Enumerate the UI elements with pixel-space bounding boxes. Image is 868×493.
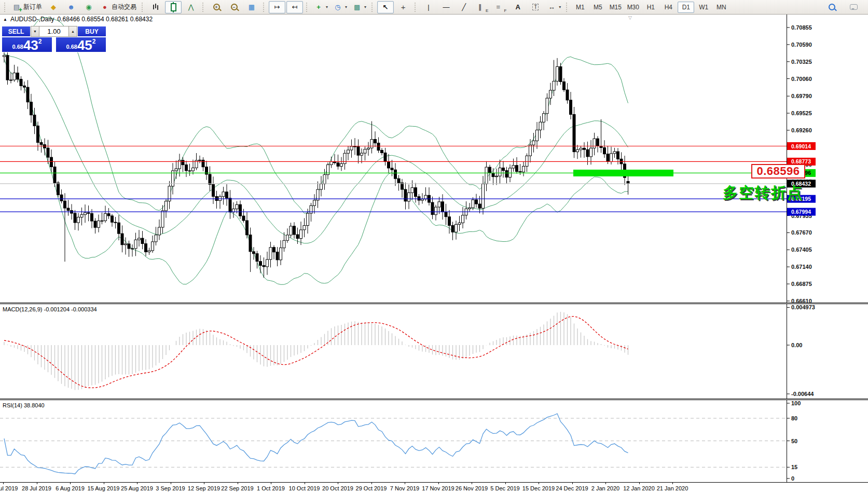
time-axis-tick <box>37 483 37 484</box>
toolbar-grip <box>371 3 374 12</box>
svg-text:0.70325: 0.70325 <box>791 59 812 65</box>
timeframe-button-d1[interactable]: D1 <box>678 2 694 13</box>
zoom-out-button[interactable]: − <box>226 1 242 13</box>
trendline-button[interactable]: ╱ <box>456 1 472 13</box>
timeframe-button-w1[interactable]: W1 <box>695 2 712 13</box>
svg-text:0.67670: 0.67670 <box>791 229 812 236</box>
new-order-button[interactable]: ▤ 新订单 <box>10 1 44 13</box>
timeframe-button-m15[interactable]: M15 <box>607 2 624 13</box>
pivot-annotation-text[interactable]: 多空转折点 <box>723 183 803 203</box>
toolbar-grip <box>263 3 266 12</box>
arrows-button[interactable]: ↔ ▾ <box>545 1 563 13</box>
news-button[interactable]: ◉ <box>80 1 97 13</box>
date-label: 15 Aug 2019 <box>88 485 120 491</box>
time-axis-tick <box>171 483 171 484</box>
time-axis[interactable]: 18 Jul 201928 Jul 20196 Aug 201915 Aug 2… <box>0 482 868 493</box>
timeframe-button-mn[interactable]: MN <box>713 2 729 13</box>
buy-button[interactable]: BUY <box>77 26 106 37</box>
auto-trading-button[interactable]: ● 自动交易 <box>98 1 139 13</box>
svg-text:0.67405: 0.67405 <box>791 246 812 253</box>
date-label: 22 Sep 2019 <box>221 485 253 491</box>
fibonacci-button[interactable]: ≡F <box>491 1 508 13</box>
channel-button[interactable]: ∥E <box>473 1 490 13</box>
timeframe-button-h1[interactable]: H1 <box>642 2 659 13</box>
svg-text:80: 80 <box>791 415 797 421</box>
volume-field[interactable]: 1.00 <box>39 26 68 37</box>
zoom-out-icon: − <box>231 4 238 10</box>
timeframe-button-m1[interactable]: M1 <box>572 2 588 13</box>
sell-button[interactable]: SELL <box>2 26 31 37</box>
one-click-trading-panel: SELL ▼ 1.00 ▲ BUY 0.68432 0.68452 <box>2 26 106 52</box>
crosshair-button[interactable]: + <box>395 1 411 13</box>
buy-price-sup: 2 <box>92 38 96 45</box>
text-label-button[interactable]: T <box>527 1 544 13</box>
horizontal-line-button[interactable]: — <box>438 1 454 13</box>
indicators-button[interactable]: + ▾ <box>312 1 330 13</box>
time-axis-tick <box>639 483 640 484</box>
time-axis-tick <box>104 483 104 484</box>
buy-price-button[interactable]: 0.68452 <box>56 37 106 52</box>
svg-text:0.69014: 0.69014 <box>791 143 811 149</box>
text-tool-button[interactable]: A <box>509 1 526 13</box>
toolbar-grip <box>566 3 569 12</box>
cursor-icon: ↖ <box>381 3 390 11</box>
date-label: 15 Dec 2019 <box>522 485 555 491</box>
chart-shift-button[interactable]: ↤ <box>286 1 303 13</box>
cursor-button[interactable]: ↖ <box>377 1 394 13</box>
svg-text:0.70590: 0.70590 <box>791 42 812 48</box>
search-button[interactable] <box>823 1 840 13</box>
rsi-indicator-pane[interactable]: 1008050150 <box>0 400 868 482</box>
new-order-label: 新订单 <box>23 3 42 11</box>
search-icon <box>829 4 835 10</box>
date-label: 29 Oct 2019 <box>356 485 387 491</box>
svg-text:0.66610: 0.66610 <box>791 298 812 303</box>
sell-price-button[interactable]: 0.68432 <box>2 37 52 52</box>
chevron-down-icon: ▾ <box>326 5 328 9</box>
fibo-letter: F <box>504 8 506 13</box>
candlestick-chart-button[interactable] <box>165 1 182 13</box>
zoom-in-button[interactable]: + <box>208 1 225 13</box>
svg-text:0.67994: 0.67994 <box>791 209 811 215</box>
highlight-tool-button[interactable]: ◆ <box>45 1 62 13</box>
time-axis-tick <box>505 483 506 484</box>
time-axis-tick <box>271 483 271 484</box>
vertical-line-button[interactable]: | <box>420 1 437 13</box>
chart-title: ▲ AUDUSD-,Daily 0.68466 0.68554 0.68261 … <box>3 16 153 23</box>
date-label: 20 Oct 2019 <box>322 485 353 491</box>
volume-decrease-button[interactable]: ▼ <box>31 26 39 37</box>
timeframe-button-h4[interactable]: H4 <box>660 2 677 13</box>
new-order-icon: ▤ <box>12 3 21 11</box>
time-axis-tick <box>405 483 405 484</box>
timeframe-button-m30[interactable]: M30 <box>625 2 641 13</box>
auto-scroll-button[interactable]: ↦ <box>269 1 285 13</box>
timeframe-button-m5[interactable]: M5 <box>589 2 606 13</box>
collapse-objects-icon[interactable]: ▲ <box>3 17 7 22</box>
profile-button[interactable]: ☻ <box>63 1 79 13</box>
chart-window: 0.708550.705900.703250.700600.697900.695… <box>0 15 868 493</box>
volume-increase-button[interactable]: ▲ <box>68 26 77 37</box>
periods-button[interactable]: ◷ ▾ <box>331 1 349 13</box>
chat-button[interactable] <box>845 1 862 13</box>
chevron-down-icon: ▾ <box>559 5 561 9</box>
chart-shift-icon: ↤ <box>290 3 299 11</box>
line-chart-button[interactable]: ⋀ <box>183 1 199 13</box>
sell-price-prefix: 0.68 <box>12 44 23 50</box>
time-axis-tick <box>137 483 137 484</box>
svg-text:0.69790: 0.69790 <box>791 93 812 99</box>
templates-button[interactable]: ▩ ▾ <box>350 1 368 13</box>
buy-price-big: 45 <box>77 39 92 51</box>
horizontal-line-icon: — <box>442 3 451 11</box>
terminal-window: ▤ 新订单 ◆ ☻ ◉ ● 自动交易 ⋀ + − ▦ ↦ ↤ + ▾ <box>0 0 868 493</box>
price-chart-pane[interactable]: 0.708550.705900.703250.700600.697900.695… <box>0 15 868 303</box>
svg-text:0.69525: 0.69525 <box>791 110 812 116</box>
macd-indicator-pane[interactable]: 0.0049730.00-0.00644 <box>0 304 868 399</box>
tile-windows-button[interactable]: ▦ <box>243 1 260 13</box>
line-chart-icon: ⋀ <box>186 3 196 11</box>
bar-chart-button[interactable] <box>147 1 164 13</box>
toolbar-right-group <box>823 1 866 13</box>
date-label: 12 Sep 2019 <box>188 485 220 491</box>
chart-shift-marker[interactable]: ▽ <box>628 15 632 20</box>
price-level-callout[interactable]: 0.68596 <box>751 164 805 179</box>
svg-text:0.66875: 0.66875 <box>791 281 812 287</box>
time-axis-tick <box>539 483 539 484</box>
